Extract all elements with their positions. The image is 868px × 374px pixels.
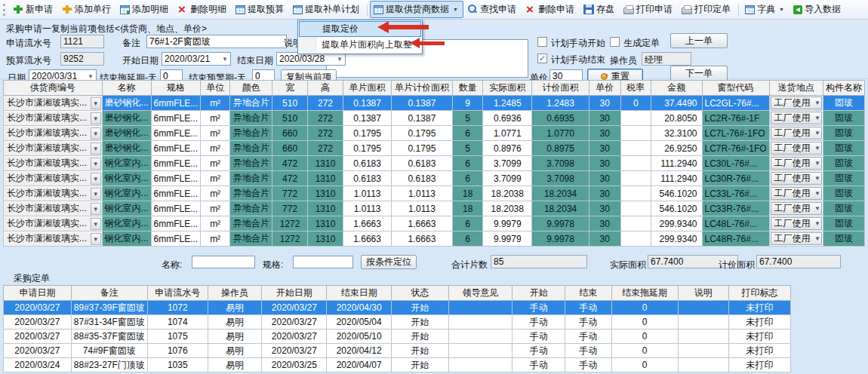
delete-request-button[interactable]: 删除申请 — [522, 1, 580, 18]
table-row[interactable]: 长沙市潇湘玻璃实...▼磨砂钢化...6mmFLE...m²异地合片510272… — [4, 111, 865, 126]
supplier-combo[interactable]: 长沙市潇湘玻璃实...▼ — [4, 232, 102, 246]
table-row[interactable]: 2020/03/2488#23-27F门顶玻1035易明2020/03/2520… — [4, 358, 791, 372]
table-row[interactable]: 长沙市潇湘玻璃实...▼钢化室内...6mmFLE...m²异地合片772131… — [4, 186, 865, 201]
column-header[interactable]: 结束拖延期 — [611, 286, 678, 301]
extract-supplier-data-button[interactable]: 提取供货商数据▼ — [370, 1, 463, 18]
table-row[interactable]: 2020/03/2788#35-37F窗固玻1075易明2020/03/2720… — [4, 330, 791, 344]
column-header[interactable]: 单片面积 — [343, 81, 391, 96]
table-row[interactable]: 长沙市潇湘玻璃实...▼磨砂钢化...6mmFLE...m²异地合片510272… — [4, 96, 865, 111]
supplier-combo[interactable]: 长沙市潇湘玻璃实...▼ — [4, 112, 102, 125]
supplier-combo[interactable]: 长沙市潇湘玻璃实...▼ — [4, 157, 102, 170]
table-cell: 30 — [589, 126, 620, 141]
supplier-combo[interactable]: 长沙市潇湘玻璃实...▼ — [4, 97, 102, 110]
print-order-button[interactable]: 打印定单 — [678, 1, 736, 18]
table-row[interactable]: 长沙市潇湘玻璃实...▼磨砂钢化...6mmFLE...m²异地合片660272… — [4, 141, 865, 156]
column-header[interactable]: 数量 — [453, 81, 483, 96]
supplier-combo[interactable]: 长沙市潇湘玻璃实...▼ — [4, 142, 102, 155]
column-header[interactable]: 颜色 — [229, 81, 272, 96]
column-header[interactable]: 领导意见 — [448, 286, 512, 301]
delivery-location-combo[interactable]: 工厂使用▼ — [771, 157, 822, 170]
column-header[interactable]: 打印标志 — [729, 286, 791, 301]
column-header[interactable]: 操作员 — [208, 286, 262, 301]
delivery-location-combo[interactable]: 工厂使用▼ — [771, 142, 822, 155]
find-request-button[interactable]: 查找申请 — [463, 1, 522, 18]
table-row[interactable]: 2020/03/2787#31-34F窗固玻1074易明2020/03/2720… — [4, 315, 791, 330]
column-header[interactable]: 高 — [307, 81, 343, 96]
supplier-combo[interactable]: 长沙市潇湘玻璃实...▼ — [4, 187, 102, 201]
column-header[interactable]: 金额 — [651, 81, 702, 96]
supplier-combo[interactable]: 长沙市潇湘玻璃实...▼ — [4, 217, 102, 231]
column-header[interactable]: 单位 — [201, 81, 230, 96]
menu-item-extract-area-roundup[interactable]: 提取单片面积向上取整 — [299, 37, 421, 53]
column-header[interactable]: 结束日期 — [327, 286, 392, 301]
table-row[interactable]: 长沙市潇湘玻璃实...▼磨砂钢化...6mmFLE...m²异地合片660272… — [4, 126, 865, 141]
column-header[interactable]: 名称 — [102, 81, 151, 96]
column-header[interactable]: 宽 — [272, 81, 307, 96]
delivery-location-combo[interactable]: 工厂使用▼ — [771, 127, 822, 139]
column-header[interactable]: 说明 — [678, 286, 729, 301]
extract-budget-button[interactable]: 提取预算 — [232, 1, 289, 18]
locate-by-condition-button[interactable]: 按条件定位 — [361, 255, 417, 269]
manual-end-checkbox[interactable] — [537, 54, 547, 63]
toolbar-grip[interactable] — [3, 4, 6, 16]
table-row[interactable]: 长沙市潇湘玻璃实...▼钢化室内...6mmFLE...m²异地合片127213… — [4, 231, 865, 247]
manual-start-checkbox[interactable] — [537, 37, 547, 47]
table-row[interactable]: 长沙市潇湘玻璃实...▼钢化室内...6mmFLE...m²异地合片472131… — [4, 171, 865, 186]
column-header[interactable]: 备注 — [71, 286, 147, 301]
supplier-combo[interactable]: 长沙市潇湘玻璃实...▼ — [4, 202, 102, 216]
next-order-button[interactable]: 下一单 — [670, 66, 728, 81]
column-header[interactable]: 税率 — [620, 81, 651, 96]
column-header[interactable]: 开始日期 — [262, 286, 327, 301]
column-header[interactable]: 规格 — [151, 81, 201, 96]
table-row[interactable]: 长沙市潇湘玻璃实...▼钢化室内...6mmFLE...m²异地合片127213… — [4, 216, 865, 231]
table-row[interactable]: 长沙市潇湘玻璃实...▼钢化室内...6mmFLE...m²异地合片772131… — [4, 201, 865, 216]
chevron-down-icon: ▼ — [91, 112, 101, 124]
apply-no-field[interactable]: 1121 — [60, 35, 104, 48]
delivery-location-combo[interactable]: 工厂使用▼ — [771, 112, 822, 124]
save-button[interactable]: 存盘 — [580, 1, 620, 18]
column-header[interactable]: 计价面积 — [532, 81, 589, 96]
table-row[interactable]: 2020/03/2774#9F窗固玻1076易明2020/03/272020/0… — [4, 344, 791, 358]
column-header[interactable]: 单片计价面积 — [391, 81, 452, 96]
delivery-location-combo[interactable]: 工厂使用▼ — [771, 97, 822, 109]
budget-no-field[interactable]: 9252 — [60, 52, 104, 66]
column-header[interactable]: 供货商编号 — [4, 81, 103, 96]
column-header[interactable]: 申请流水号 — [147, 286, 208, 301]
column-header[interactable]: 实际面积 — [483, 81, 532, 96]
delivery-location-combo[interactable]: 工厂使用▼ — [771, 232, 822, 245]
print-request-button[interactable]: 打印申请 — [620, 1, 678, 18]
table-row[interactable]: 长沙市潇湘玻璃实...▼钢化室内...6mmFLE...m²异地合片472131… — [4, 156, 865, 171]
supplier-combo[interactable]: 长沙市潇湘玻璃实...▼ — [4, 127, 102, 140]
table-cell: 工厂使用▼ — [769, 186, 823, 201]
start-date-select[interactable]: 2020/03/21▼ — [162, 52, 231, 66]
column-header[interactable]: 单价 — [589, 81, 620, 96]
new-request-button[interactable]: 新申请 — [9, 1, 58, 18]
extract-supplement-plan-button[interactable]: 提取补单计划 — [289, 1, 365, 18]
column-header[interactable]: 构件名称 — [823, 81, 864, 96]
add-row-button[interactable]: 添加单行 — [58, 1, 116, 18]
supplier-combo[interactable]: 长沙市潇湘玻璃实...▼ — [4, 172, 102, 185]
dictionary-button[interactable]: 字典▼ — [741, 1, 790, 18]
table-cell: 1.0113 — [343, 186, 391, 201]
delivery-location-combo[interactable]: 工厂使用▼ — [771, 172, 822, 185]
delivery-location-combo[interactable]: 工厂使用▼ — [771, 187, 822, 200]
operator-field[interactable]: 经理 — [642, 52, 691, 66]
prev-order-button[interactable]: 上一单 — [670, 33, 728, 48]
column-header[interactable]: 窗型代码 — [702, 81, 769, 96]
delete-detail-button[interactable]: 删除明细 — [174, 1, 232, 18]
generate-order-checkbox[interactable] — [610, 37, 620, 47]
column-header[interactable]: 送货地点 — [769, 81, 823, 96]
delivery-location-combo[interactable]: 工厂使用▼ — [771, 217, 822, 230]
column-header[interactable]: 开始 — [512, 286, 565, 301]
orders-table-container: 申请日期备注申请流水号操作员开始日期结束日期状态领导意见开始结束结束拖延期说明打… — [3, 285, 791, 372]
add-detail-button[interactable]: 添加明细 — [116, 1, 174, 18]
name-filter-input[interactable] — [192, 256, 255, 268]
spec-filter-input[interactable] — [293, 256, 353, 268]
column-header[interactable]: 结束 — [565, 286, 612, 301]
remark-input[interactable] — [146, 35, 287, 48]
column-header[interactable]: 状态 — [392, 286, 449, 301]
delivery-location-combo[interactable]: 工厂使用▼ — [771, 202, 822, 215]
column-header[interactable]: 申请日期 — [4, 286, 72, 301]
import-data-button[interactable]: 导入数据 — [790, 1, 846, 18]
table-row[interactable]: 2020/03/2789#37-39F窗固玻1072易明2020/03/2720… — [4, 301, 791, 315]
